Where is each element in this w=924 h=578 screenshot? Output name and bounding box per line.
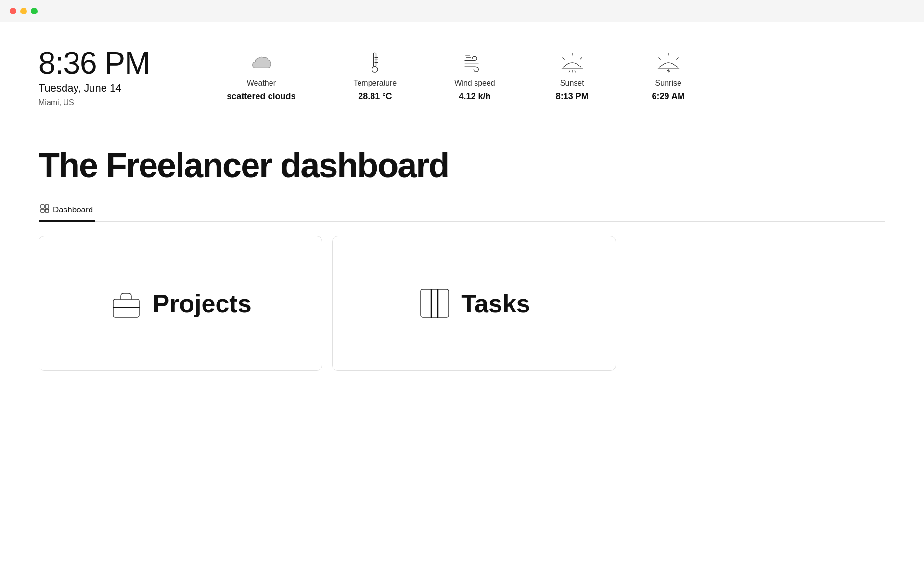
dashboard-tab[interactable]: Dashboard [38,199,95,222]
dashboard-title: The Freelancer dashboard [38,145,886,185]
wind-value: 4.12 k/h [459,92,490,102]
cloud-icon [249,51,273,75]
current-time: 8:36 PM [38,46,150,80]
temperature-label: Temperature [353,79,397,88]
titlebar [0,0,924,22]
maximize-button[interactable] [31,8,38,14]
svg-rect-23 [45,209,49,212]
location: Miami, US [38,98,150,107]
weather-widget: Weather scattered clouds [227,51,295,102]
svg-rect-20 [41,205,44,208]
weather-row: Weather scattered clouds Temperature 28.… [227,46,687,102]
thermometer-icon [363,51,387,75]
sunrise-widget: Sunrise 6:29 AM [649,51,688,102]
sunset-widget: Sunset 8:13 PM [553,51,591,102]
sunset-value: 8:13 PM [556,92,589,102]
svg-line-13 [569,71,570,72]
weather-value: scattered clouds [227,92,295,102]
briefcase-icon [109,287,143,320]
wind-widget: Wind speed 4.12 k/h [454,51,495,102]
kanban-icon [418,287,451,320]
card-grid: Projects Tasks [38,236,616,371]
sunrise-label: Sunrise [655,79,681,88]
grid-icon [40,204,49,215]
sunset-label: Sunset [560,79,584,88]
tasks-label: Tasks [461,289,530,318]
current-date: Tuesday, June 14 [38,82,150,94]
svg-line-10 [563,58,564,59]
svg-rect-21 [45,205,49,208]
wind-icon [462,51,487,75]
svg-rect-22 [41,209,44,212]
clock-section: 8:36 PM Tuesday, June 14 Miami, US [38,46,150,107]
dashboard-section: The Freelancer dashboard Dashboard [38,145,886,371]
sunrise-icon [656,51,680,75]
main-content: 8:36 PM Tuesday, June 14 Miami, US Weath… [0,22,924,390]
top-row: 8:36 PM Tuesday, June 14 Miami, US Weath… [38,46,886,107]
svg-line-14 [575,71,576,72]
sunrise-value: 6:29 AM [652,92,685,102]
svg-line-16 [676,58,678,59]
projects-card[interactable]: Projects [38,236,322,371]
svg-line-9 [580,58,581,59]
weather-label: Weather [247,79,276,88]
dashboard-tab-label: Dashboard [53,205,93,215]
temperature-value: 28.81 °C [358,92,392,102]
svg-point-1 [372,67,378,73]
minimize-button[interactable] [20,8,27,14]
projects-label: Projects [153,289,251,318]
tab-bar: Dashboard [38,199,886,222]
tasks-card[interactable]: Tasks [332,236,616,371]
svg-line-17 [659,58,660,59]
wind-label: Wind speed [454,79,495,88]
svg-rect-26 [421,289,449,317]
sunset-icon [560,51,584,75]
temperature-widget: Temperature 28.81 °C [353,51,397,102]
close-button[interactable] [10,8,16,14]
